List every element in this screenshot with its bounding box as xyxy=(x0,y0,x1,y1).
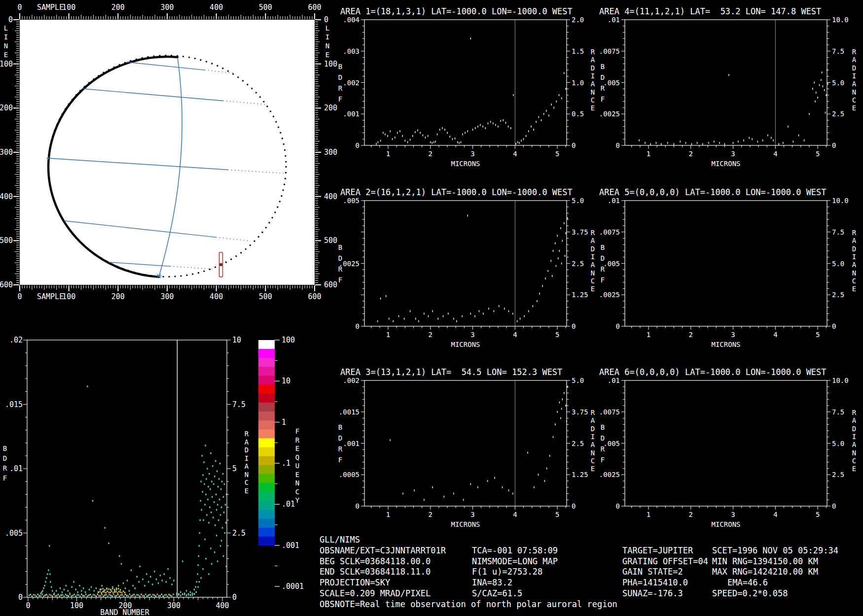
radiance-tick-label: 0 xyxy=(572,502,575,510)
data-point xyxy=(44,594,45,596)
radiance-tick-label: 2.5 xyxy=(572,440,584,447)
data-point xyxy=(36,595,37,597)
data-point xyxy=(192,592,193,594)
data-point xyxy=(182,560,183,562)
data-point xyxy=(685,142,686,144)
data-point xyxy=(793,140,794,142)
bdrf-axis-label: B xyxy=(338,423,342,431)
bdrf-axis-label: D xyxy=(338,434,342,442)
data-point xyxy=(218,519,219,521)
line-axis-label: E xyxy=(4,51,8,59)
data-point xyxy=(85,591,86,593)
data-point xyxy=(169,577,170,579)
bdrf-axis-label: F xyxy=(601,456,605,464)
colorbar-band xyxy=(258,367,275,376)
radiance-tick-label: 2.5 xyxy=(832,110,844,118)
data-point xyxy=(639,139,640,141)
radiance-tick-label: 3.75 xyxy=(572,408,588,416)
bdrf-tick-label: .0025 xyxy=(599,471,620,479)
data-point xyxy=(141,593,142,595)
data-point xyxy=(56,595,57,596)
line-tick-label: 400 xyxy=(0,192,13,201)
data-point xyxy=(430,141,431,143)
frequency-tick-label: .001 xyxy=(282,541,299,550)
data-point xyxy=(428,315,429,317)
radiance-tick-label: 2.5 xyxy=(572,260,584,268)
radiance-tick-label: 3.75 xyxy=(572,228,588,236)
data-point xyxy=(196,591,197,593)
info-field: SUNAZ=-176.3 xyxy=(622,588,683,598)
data-point xyxy=(208,486,209,487)
sample-tick-label: 200 xyxy=(111,3,125,12)
frequency-axis-label: E xyxy=(295,445,299,452)
data-point xyxy=(160,595,161,596)
micron-tick-label: 4 xyxy=(773,331,777,339)
data-point xyxy=(113,593,114,595)
data-point xyxy=(123,595,124,597)
data-point xyxy=(218,478,219,479)
data-point xyxy=(211,512,212,513)
frequency-tick-label: .1 xyxy=(282,459,290,468)
colorbar-band xyxy=(258,546,275,586)
data-point xyxy=(488,308,489,309)
micron-tick-label: 5 xyxy=(816,511,820,518)
north-pole-label: NP xyxy=(161,277,170,285)
data-point xyxy=(119,595,120,597)
data-point xyxy=(207,468,208,469)
info-field: MIN RNG=1394150.00 KM xyxy=(712,556,818,566)
data-point xyxy=(197,573,198,575)
radiance-axis-label: E xyxy=(852,104,856,112)
info-field: MAX RNG=1424210.00 KM xyxy=(712,567,818,577)
data-point xyxy=(444,129,445,131)
micron-tick-label: 2 xyxy=(429,331,432,339)
micron-tick-label: 5 xyxy=(555,150,559,158)
data-point xyxy=(121,563,122,564)
data-point xyxy=(199,532,200,534)
radiance-axis-label: A xyxy=(245,438,249,446)
frequency-tick-label: .01 xyxy=(282,500,295,509)
bdrf-tick-label: 0 xyxy=(356,322,360,330)
radiance-tick-label: 5 xyxy=(232,464,237,473)
data-point xyxy=(79,595,80,597)
data-point xyxy=(778,143,779,145)
data-point xyxy=(88,594,89,596)
data-point xyxy=(104,589,105,590)
data-point xyxy=(798,135,799,137)
data-point xyxy=(551,103,552,105)
data-point xyxy=(91,595,92,597)
radiance-axis-label: C xyxy=(591,457,595,465)
data-point xyxy=(167,568,168,570)
data-point xyxy=(199,581,200,582)
radiance-axis-label: D xyxy=(591,245,595,253)
data-point xyxy=(145,593,146,595)
frequency-axis-label: F xyxy=(295,427,299,435)
sample-tick-label: 0 xyxy=(17,3,22,12)
radiance-tick-label: 0 xyxy=(832,502,836,510)
data-point xyxy=(562,240,563,242)
data-point xyxy=(66,585,67,586)
data-point xyxy=(203,461,204,463)
data-point xyxy=(562,398,563,400)
data-point xyxy=(114,589,115,590)
data-point xyxy=(220,488,221,490)
sample-tick-label: 600 xyxy=(308,3,321,12)
data-point xyxy=(477,486,478,488)
colorbar-band xyxy=(258,429,275,439)
data-point xyxy=(62,591,63,593)
data-point xyxy=(508,126,509,128)
data-point xyxy=(70,593,71,595)
radiance-axis-label: A xyxy=(852,416,857,424)
micron-tick-label: 3 xyxy=(731,511,735,518)
radiance-axis-label: A xyxy=(852,80,857,88)
colorbar-band xyxy=(258,465,275,475)
micron-tick-label: 1 xyxy=(647,331,650,339)
data-point xyxy=(205,494,206,495)
bdrf-tick-label: 0 xyxy=(616,322,620,330)
data-point xyxy=(557,235,558,237)
radiance-axis-label: D xyxy=(852,64,856,72)
radiance-axis-label: I xyxy=(852,253,856,261)
frequency-axis-label: R xyxy=(295,436,300,444)
data-point xyxy=(75,589,76,590)
data-point xyxy=(459,142,460,144)
radiance-axis-label: I xyxy=(852,72,856,80)
